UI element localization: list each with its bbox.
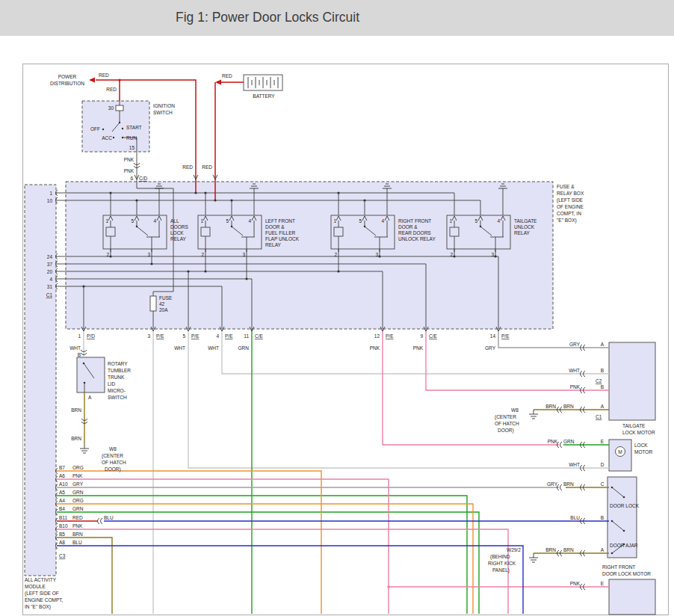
wire-label-brn: BRN (545, 404, 556, 409)
wire-label-brn: BRN (563, 547, 574, 552)
module-row-color2: BLU (104, 515, 114, 520)
terminal-15-label: 15 (129, 145, 135, 150)
module-row-pin: A6 (59, 473, 65, 478)
fusebox-title: (LEFT SIDE (557, 197, 584, 203)
rotary-micro-switch-box (77, 357, 105, 392)
module-row-color: PNK (72, 473, 83, 478)
module-row-color: RED (72, 515, 83, 520)
pin-letter: A (601, 547, 605, 552)
pos-acc-label: ACC (102, 135, 112, 141)
pin-letter: B (601, 515, 604, 520)
module-pin: 24 (47, 254, 53, 259)
out-pin-color: PNK (370, 345, 380, 351)
ground-w8-label: OF HATCH (102, 460, 126, 465)
wire-label-red: RED (99, 73, 109, 78)
out-pin-color: GRY (485, 345, 496, 351)
rotary-name: MICRO- (108, 388, 126, 393)
rotary-name: TRUNK (108, 375, 125, 380)
module-row-pin: B4 (59, 506, 65, 511)
lock-motor-name: LOCK (634, 443, 648, 448)
wire-label-red: RED (222, 73, 232, 78)
tailgate-motor-name: TAILGATE (622, 423, 646, 428)
battery-symbol (244, 75, 282, 90)
fuse-label: FUSE (159, 295, 173, 301)
relay-4-name: TAILGATE (514, 218, 537, 224)
out-pin-conn: P/E (501, 333, 510, 339)
ignition-title2: SWITCH (153, 110, 173, 115)
relay-4-name: RELAY (514, 230, 530, 235)
fusebox-title: RELAY BOX (557, 191, 584, 196)
out-pin-conn: P/D (87, 333, 95, 339)
ground-w8-label: (CENTER (102, 453, 123, 459)
ground-w8-label: OF HATCH (495, 421, 519, 426)
pin-letter: C (601, 481, 605, 487)
module-name: (LEFT SIDE OF (25, 591, 59, 597)
wire-label-red: RED (182, 164, 193, 170)
module-row-pin: A8 (59, 540, 65, 545)
relay-3-name: RIGHT FRONT (398, 218, 431, 224)
pin-letter: A (601, 342, 605, 347)
wire-label-gry: GRY (547, 481, 558, 487)
out-pin-color: WHT (69, 345, 81, 351)
relay-1-name: RELAY (170, 236, 186, 241)
wire-label-blu: BLU (570, 515, 580, 520)
wire-label-grn: GRN (563, 439, 575, 444)
wire-label-red: RED (202, 164, 212, 170)
ground-w8-label: DOOR) (498, 428, 514, 434)
module-conn-c1: C1 (46, 292, 53, 298)
module-row-color: BRN (72, 532, 83, 537)
ground-w8-label: W8 (109, 446, 117, 452)
module-row-color: GRN (72, 490, 84, 495)
module-row-pin: A5 (59, 490, 65, 495)
power-dist-label2: DISTRIBUTION (50, 81, 84, 86)
fuse-relay-box (66, 182, 553, 329)
out-pin-conn: P/E (191, 333, 200, 339)
out-pin-num: 11 (244, 333, 249, 339)
module-pin: 1 (49, 191, 52, 196)
fusebox-title: FUSE & (557, 184, 575, 189)
out-pin-num: 1 (78, 333, 81, 339)
module-name: MODULE (25, 584, 46, 589)
out-pin-color: WHT (174, 345, 185, 351)
wire-label-brn: BRN (545, 547, 556, 552)
pin-letter: E (601, 581, 605, 586)
pos-run-label: RUN (126, 135, 137, 141)
module-row-color: GRN (72, 506, 84, 511)
pos-off-label: OFF (90, 126, 100, 132)
ground-w29-label: RIGHT KICK (488, 561, 516, 566)
power-dist-label: POWER (58, 74, 77, 79)
wire-label-pnk: PNK (548, 439, 558, 444)
module-pin: 20 (47, 269, 53, 274)
relay-2-name: FLAP UNLOCK (265, 236, 300, 241)
rear-lock-motor-box (609, 579, 655, 615)
ignition-title: IGNITION (153, 103, 175, 108)
front-door-motor-name: DOOR LOCK MOTOR (602, 571, 651, 576)
pin-6-label: 6 (130, 176, 133, 181)
wiring-diagram-page: Fig 1: Power Door Locks Circuit 1 5 4 2 … (0, 0, 674, 616)
out-pin-num: 5 (182, 333, 185, 339)
module-row-pin: B7 (59, 465, 65, 470)
out-pin-conn: P/E (225, 333, 233, 339)
wire-label-red: RED (106, 87, 117, 92)
relay-1-name: LOCK (170, 230, 184, 235)
out-pin-num: 12 (374, 333, 380, 339)
pin-letter: E (601, 439, 605, 444)
module-row-color: PNK (72, 523, 83, 529)
rotary-name: SWITCH (108, 395, 127, 400)
wire-label-pnk: PNK (570, 384, 581, 389)
out-pin-conn: P/E (156, 333, 164, 339)
ground-w8-label: (CENTER (495, 414, 516, 420)
out-pin-conn: C/E (429, 333, 438, 339)
out-pin-color: PNK (413, 345, 424, 351)
out-pin-num: 9 (420, 333, 423, 339)
fuse-label: 42 (159, 301, 165, 307)
module-row-color: BLU (72, 540, 82, 545)
tailgate-motor-name: LOCK MOTOR (622, 430, 655, 435)
relay-1-name: DOORS (170, 224, 189, 230)
module-pin: 37 (47, 262, 53, 267)
wire-label-brn: BRN (563, 481, 574, 487)
module-row-color: ORG (72, 498, 84, 503)
connector-cd-label: C/D (139, 176, 148, 181)
relay-2-name: RELAY (265, 242, 281, 247)
all-activity-module-box (25, 185, 56, 576)
